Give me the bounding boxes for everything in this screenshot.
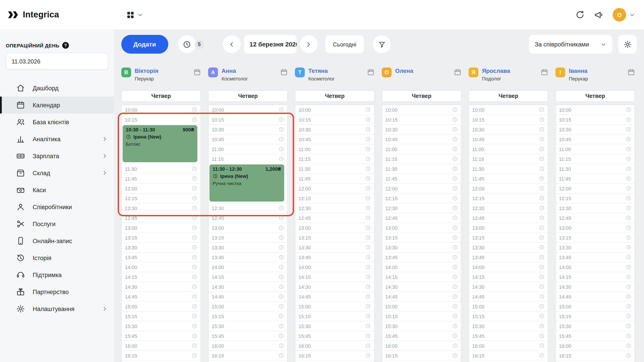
- time-slot[interactable]: 12:00: [469, 184, 548, 193]
- time-slot[interactable]: 14:15: [295, 272, 374, 282]
- time-slot[interactable]: 14:30: [122, 282, 200, 292]
- time-slot[interactable]: 16:00: [382, 341, 461, 351]
- employee-calendar-icon[interactable]: [628, 68, 635, 76]
- time-slot[interactable]: 13:45: [122, 252, 200, 262]
- employee-calendar-icon[interactable]: [193, 68, 201, 76]
- time-slot[interactable]: 10:45: [382, 135, 461, 144]
- employee-name[interactable]: Тетяна: [308, 67, 335, 74]
- time-slot[interactable]: 14:00: [556, 262, 634, 272]
- time-slot[interactable]: 14:15: [122, 272, 200, 282]
- time-slot[interactable]: 16:00: [122, 341, 200, 351]
- time-slot[interactable]: 11:45: [469, 174, 548, 184]
- time-slot[interactable]: 14:00: [295, 262, 374, 272]
- time-slot[interactable]: 14:45: [208, 292, 287, 302]
- time-slot[interactable]: 12:00: [382, 184, 461, 193]
- time-slot[interactable]: 12:45: [469, 213, 548, 223]
- time-slot[interactable]: 16:30: [556, 361, 634, 362]
- time-slot[interactable]: 12:45: [208, 213, 287, 223]
- employee-name[interactable]: Іванна: [569, 67, 588, 74]
- group-by-select[interactable]: За співробітниками: [529, 35, 612, 54]
- time-slot[interactable]: 16:15: [295, 351, 374, 361]
- time-slot[interactable]: 10:45: [295, 135, 374, 144]
- time-slot[interactable]: 10:00: [382, 105, 461, 115]
- time-slot[interactable]: 16:00: [556, 341, 634, 351]
- loop-icon[interactable]: [575, 10, 585, 20]
- time-slot[interactable]: 12:00: [556, 184, 634, 193]
- time-slot[interactable]: 15:15: [208, 312, 287, 321]
- employee-calendar-icon[interactable]: [280, 68, 288, 76]
- time-slot[interactable]: 15:45: [469, 331, 548, 341]
- time-slot[interactable]: 10:00: [208, 105, 287, 115]
- sidebar-item-services[interactable]: Послуги: [0, 215, 114, 232]
- help-icon[interactable]: ?: [62, 42, 69, 49]
- sidebar-item-settings[interactable]: Налаштування: [0, 300, 114, 317]
- time-slot[interactable]: 15:45: [556, 331, 634, 341]
- time-slot[interactable]: 13:45: [208, 252, 287, 262]
- time-slot[interactable]: 16:30: [208, 361, 287, 362]
- employee-calendar-icon[interactable]: [367, 68, 374, 76]
- time-slot[interactable]: 11:00: [556, 144, 634, 154]
- time-slot[interactable]: 15:45: [295, 331, 374, 341]
- time-slot[interactable]: 12:15: [556, 193, 634, 203]
- time-slot[interactable]: 14:45: [556, 292, 634, 302]
- employee-name[interactable]: Олена: [395, 67, 413, 74]
- add-button[interactable]: Додати: [121, 35, 168, 54]
- time-slot[interactable]: 13:00: [469, 223, 548, 233]
- time-slot[interactable]: 16:30: [382, 361, 461, 362]
- time-slot[interactable]: 14:30: [556, 282, 634, 292]
- sidebar-item-support[interactable]: Підтримка: [0, 266, 114, 283]
- time-slot[interactable]: 15:00: [382, 302, 461, 312]
- sidebar-item-history[interactable]: Історія: [0, 249, 114, 266]
- sidebar-item-calendar[interactable]: Календар: [0, 97, 114, 114]
- announcement-icon[interactable]: [594, 10, 604, 20]
- sidebar-item-cash[interactable]: Каси: [0, 181, 114, 198]
- time-slot[interactable]: 13:30: [382, 243, 461, 252]
- today-button[interactable]: Сьогодні: [325, 35, 364, 53]
- time-slot[interactable]: 12:30: [469, 203, 548, 213]
- time-slot[interactable]: 10:45: [556, 135, 634, 144]
- time-slot[interactable]: 11:00: [469, 144, 548, 154]
- time-slot[interactable]: 11:30: [382, 164, 461, 174]
- time-slot[interactable]: 15:15: [122, 312, 200, 321]
- time-slot[interactable]: 12:30: [556, 203, 634, 213]
- time-slot[interactable]: 14:15: [556, 272, 634, 282]
- time-slot[interactable]: 13:45: [295, 252, 374, 262]
- time-slot[interactable]: 12:45: [556, 213, 634, 223]
- employee-calendar-icon[interactable]: [454, 68, 462, 76]
- time-slot[interactable]: 13:15: [556, 233, 634, 243]
- sidebar-item-analytics[interactable]: Аналітика: [0, 131, 114, 148]
- time-slot[interactable]: 12:15: [295, 193, 374, 203]
- time-slot[interactable]: 12:30: [208, 203, 287, 213]
- time-slot[interactable]: 15:15: [556, 312, 634, 321]
- time-slot[interactable]: 15:30: [469, 321, 548, 331]
- time-slot[interactable]: 10:15: [382, 115, 461, 125]
- calendar-settings-button[interactable]: [618, 35, 637, 54]
- employee-name[interactable]: Ярослава: [482, 67, 510, 74]
- time-slot[interactable]: 12:30: [295, 203, 374, 213]
- time-slot[interactable]: 12:45: [382, 213, 461, 223]
- time-slot[interactable]: 12:00: [295, 184, 374, 193]
- time-slot[interactable]: 12:30: [382, 203, 461, 213]
- time-slot[interactable]: 13:15: [469, 233, 548, 243]
- employee-name[interactable]: Вікторія: [135, 67, 158, 74]
- time-slot[interactable]: 15:15: [295, 312, 374, 321]
- time-slot[interactable]: 16:15: [469, 351, 548, 361]
- time-slot[interactable]: 16:15: [556, 351, 634, 361]
- time-slot[interactable]: 14:45: [122, 292, 200, 302]
- time-slot[interactable]: 13:45: [469, 252, 548, 262]
- time-slot[interactable]: 15:00: [122, 302, 200, 312]
- time-slot[interactable]: 16:00: [295, 341, 374, 351]
- time-slot[interactable]: 15:30: [295, 321, 374, 331]
- time-slot[interactable]: 14:15: [208, 272, 287, 282]
- time-slot[interactable]: 11:15: [556, 154, 634, 164]
- time-slot[interactable]: 13:15: [382, 233, 461, 243]
- time-slot[interactable]: 11:15: [469, 154, 548, 164]
- time-slot[interactable]: 16:00: [208, 341, 287, 351]
- sidebar-item-salary[interactable]: Зарплата: [0, 148, 114, 165]
- time-slot[interactable]: 10:30: [295, 125, 374, 135]
- time-slot[interactable]: 13:30: [556, 243, 634, 252]
- time-slot[interactable]: 11:45: [295, 174, 374, 184]
- time-slot[interactable]: 13:45: [382, 252, 461, 262]
- time-slot[interactable]: 16:15: [382, 351, 461, 361]
- time-slot[interactable]: 12:45: [295, 213, 374, 223]
